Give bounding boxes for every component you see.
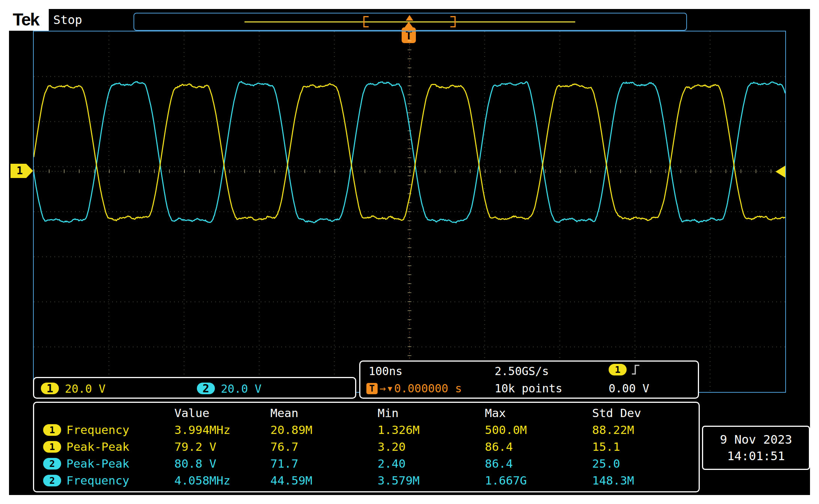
channel1-scale: 20.0 V [65,382,105,395]
channel-badge: 2 [43,475,61,486]
oscilloscope-screenshot: Tek Stop T 1 1 20.0 V 2 20.0 V 100ns 2.5… [0,0,819,504]
trigger-t-icon: T [366,383,378,394]
measurement-mean: 44.59M [270,472,378,489]
measurement-std: 15.1 [592,438,699,455]
trigger-position-readout: T → ▼ 0.000000 s [366,382,462,395]
channel-badge: 2 [43,458,61,470]
trigger-position-arrow-icon [406,15,413,21]
measurement-value: 4.058MHz [174,472,270,489]
measurement-header: Value [174,404,270,422]
trigger-source: 1 [609,363,640,375]
scope-screen: Tek Stop T 1 1 20.0 V 2 20.0 V 100ns 2.5… [9,9,810,495]
measurement-row-label: 1Peak-Peak [43,438,174,455]
measurement-std: 148.3M [592,472,699,489]
date-label: 9 Nov 2023 [720,432,792,447]
measurement-max: 86.4 [485,455,592,472]
channel-scale-box: 1 20.0 V 2 20.0 V [33,377,356,399]
measurement-name: Peak-Peak [66,455,129,472]
measurement-min: 2.40 [378,455,485,472]
ch1-trace [34,84,785,221]
measurement-header: Max [485,404,592,422]
measurement-value: 80.8 V [174,455,270,472]
measurement-max: 500.0M [485,422,592,438]
rising-edge-icon [631,363,640,375]
measurement-name: Frequency [66,472,129,489]
trigger-level-value: 0.00 V [609,382,649,395]
measurement-min: 1.326M [378,422,485,438]
trigger-marker-arrow-icon [405,22,413,27]
measurement-mean: 20.89M [270,422,378,438]
measurement-std: 25.0 [592,455,699,472]
trigger-down-icon: ▼ [388,384,392,393]
channel1-badge: 1 [41,383,59,394]
measurement-row-label: 2Frequency [43,472,174,489]
measurement-table: ValueMeanMinMaxStd Dev1Frequency3.994MHz… [34,403,699,489]
measurement-mean: 76.7 [270,438,378,455]
window-bracket-left-icon [363,16,369,27]
trigger-position-value: 0.000000 s [394,382,462,395]
measurement-name: Frequency [66,422,129,438]
sample-rate: 2.50GS/s [495,365,549,378]
measurement-min: 3.20 [378,438,485,455]
measurement-name: Peak-Peak [66,438,129,455]
measurement-header-spacer [43,404,174,422]
trigger-source-badge: 1 [609,364,627,375]
time-label: 14:01:51 [727,449,785,463]
waveform-canvas [34,31,785,392]
timebase-box: 100ns 2.50GS/s 1 T → ▼ 0.000000 s 10k po… [359,360,699,399]
channel-badge: 1 [43,441,61,453]
window-bracket-right-icon [450,16,456,27]
measurement-box: ValueMeanMinMaxStd Dev1Frequency3.994MHz… [33,402,700,492]
time-per-division: 100ns [369,365,402,378]
measurement-header: Mean [270,404,378,422]
measurement-min: 3.579M [378,472,485,489]
measurement-header: Min [378,404,485,422]
record-length: 10k points [495,382,562,395]
measurement-value: 3.994MHz [174,422,270,438]
channel1-ground-marker: 1 [10,164,33,178]
measurement-max: 1.667G [485,472,592,489]
acquisition-status: Stop [53,13,82,27]
measurement-row-label: 1Frequency [43,422,174,438]
channel2-badge: 2 [197,383,215,394]
channel-badge: 1 [43,424,61,436]
trigger-arrow-icon: → [380,382,386,395]
graticule [33,31,786,393]
measurement-mean: 71.7 [270,455,378,472]
measurement-row-label: 2Peak-Peak [43,455,174,472]
measurement-value: 79.2 V [174,438,270,455]
measurement-header: Std Dev [592,404,699,422]
tek-logo: Tek [9,9,49,31]
measurement-max: 86.4 [485,438,592,455]
measurement-std: 88.22M [592,422,699,438]
channel2-scale: 20.0 V [221,382,261,395]
datetime-box: 9 Nov 2023 14:01:51 [702,426,810,470]
